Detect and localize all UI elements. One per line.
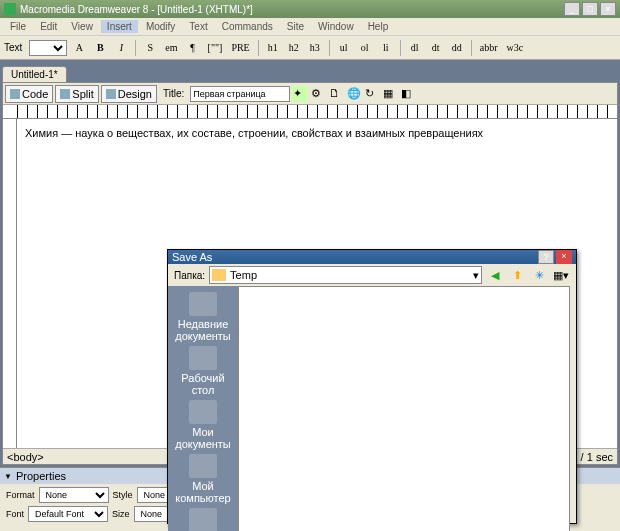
computer-icon <box>189 454 217 478</box>
minimize-button[interactable]: _ <box>564 2 580 16</box>
places-bar: Недавние документы Рабочий стол Мои доку… <box>168 286 238 531</box>
content-text: Химия — наука о веществах, их составе, с… <box>25 127 609 139</box>
recent-icon <box>189 292 217 316</box>
format-select[interactable]: None <box>39 487 109 503</box>
h1-button[interactable]: h1 <box>264 39 282 57</box>
menu-file[interactable]: File <box>4 20 32 33</box>
place-mycomputer[interactable]: Мой компьютер <box>168 452 238 506</box>
h3-button[interactable]: h3 <box>306 39 324 57</box>
validate-icon[interactable]: ✦ <box>292 86 308 102</box>
preview-icon[interactable]: 🌐 <box>346 86 362 102</box>
network-icon <box>189 508 217 531</box>
place-desktop[interactable]: Рабочий стол <box>168 344 238 398</box>
menu-commands[interactable]: Commands <box>216 20 279 33</box>
design-view-button[interactable]: Design <box>101 85 157 103</box>
ruler-vertical <box>3 119 17 448</box>
ruler-horizontal <box>3 105 617 119</box>
app-title: Macromedia Dreamweaver 8 - [Untitled-1 (… <box>20 4 564 15</box>
toolbar-select[interactable] <box>29 40 67 56</box>
font-color-icon[interactable]: A <box>70 39 88 57</box>
text-toolbar: Text A B I S em ¶ [""] PRE h1 h2 h3 ul o… <box>0 36 620 60</box>
mydocs-icon <box>189 400 217 424</box>
app-icon <box>4 3 16 15</box>
pre-button[interactable]: PRE <box>228 39 252 57</box>
font-label: Font <box>6 509 24 519</box>
file-mgmt-icon[interactable]: 🗋 <box>328 86 344 102</box>
dialog-titlebar: Save As ? × <box>168 250 576 264</box>
size-label: Size <box>112 509 130 519</box>
place-recent[interactable]: Недавние документы <box>168 290 238 344</box>
collapse-icon: ▼ <box>4 472 12 481</box>
place-mydocs[interactable]: Мои документы <box>168 398 238 452</box>
blockquote-button[interactable]: [""] <box>205 39 226 57</box>
folder-label: Папка: <box>174 270 205 281</box>
w3c-button[interactable]: w3c <box>504 39 527 57</box>
em-button[interactable]: em <box>162 39 180 57</box>
new-folder-icon[interactable]: ✳ <box>530 266 548 284</box>
dialog-title: Save As <box>172 251 538 263</box>
close-button[interactable]: × <box>600 2 616 16</box>
menu-window[interactable]: Window <box>312 20 360 33</box>
menu-view[interactable]: View <box>65 20 99 33</box>
bold-button[interactable]: B <box>91 39 109 57</box>
view-options-icon[interactable]: ▦ <box>382 86 398 102</box>
save-as-dialog: Save As ? × Папка: Temp ▾ ◀ <box>167 249 577 524</box>
dt-button[interactable]: dt <box>427 39 445 57</box>
menu-help[interactable]: Help <box>362 20 395 33</box>
menu-text[interactable]: Text <box>183 20 213 33</box>
design-canvas[interactable]: Химия — наука о веществах, их составе, с… <box>17 119 617 448</box>
style-label: Style <box>113 490 133 500</box>
title-label: Title: <box>163 88 184 99</box>
place-network[interactable]: Сетевое окружение <box>168 506 238 531</box>
menu-edit[interactable]: Edit <box>34 20 63 33</box>
refresh-icon[interactable]: ↻ <box>364 86 380 102</box>
tab-bar: Untitled-1* <box>2 62 618 82</box>
dl-button[interactable]: dl <box>406 39 424 57</box>
title-input[interactable] <box>190 86 290 102</box>
ol-button[interactable]: ol <box>356 39 374 57</box>
titlebar: Macromedia Dreamweaver 8 - [Untitled-1 (… <box>0 0 620 18</box>
menubar: File Edit View Insert Modify Text Comman… <box>0 18 620 36</box>
toolbar-label: Text <box>4 42 22 53</box>
menu-site[interactable]: Site <box>281 20 310 33</box>
folder-combo[interactable]: Temp ▾ <box>209 266 482 284</box>
maximize-button[interactable]: □ <box>582 2 598 16</box>
views-icon[interactable]: ▦▾ <box>552 266 570 284</box>
doc-toolbar: Code Split Design Title: ✦ ⚙ 🗋 🌐 ↻ ▦ ◧ <box>3 83 617 105</box>
li-button[interactable]: li <box>377 39 395 57</box>
desktop-icon <box>189 346 217 370</box>
abbr-button[interactable]: abbr <box>477 39 501 57</box>
browser-check-icon[interactable]: ⚙ <box>310 86 326 102</box>
format-label: Format <box>6 490 35 500</box>
document-area: Untitled-1* Code Split Design Title: ✦ ⚙… <box>0 60 620 467</box>
dd-button[interactable]: dd <box>448 39 466 57</box>
h2-button[interactable]: h2 <box>285 39 303 57</box>
p-button[interactable]: ¶ <box>184 39 202 57</box>
folder-icon <box>212 269 226 281</box>
menu-modify[interactable]: Modify <box>140 20 181 33</box>
strong-button[interactable]: S <box>141 39 159 57</box>
file-list[interactable] <box>238 286 570 531</box>
doc-tab[interactable]: Untitled-1* <box>2 66 67 82</box>
font-select[interactable]: Default Font <box>28 506 108 522</box>
dialog-help-button[interactable]: ? <box>538 250 554 264</box>
back-icon[interactable]: ◀ <box>486 266 504 284</box>
app-window: Macromedia Dreamweaver 8 - [Untitled-1 (… <box>0 0 620 531</box>
up-icon[interactable]: ⬆ <box>508 266 526 284</box>
menu-insert[interactable]: Insert <box>101 20 138 33</box>
doc-panel: Code Split Design Title: ✦ ⚙ 🗋 🌐 ↻ ▦ ◧ Х… <box>2 82 618 465</box>
code-view-button[interactable]: Code <box>5 85 53 103</box>
italic-button[interactable]: I <box>112 39 130 57</box>
dialog-close-button[interactable]: × <box>556 250 572 264</box>
visual-aids-icon[interactable]: ◧ <box>400 86 416 102</box>
split-view-button[interactable]: Split <box>55 85 98 103</box>
ul-button[interactable]: ul <box>335 39 353 57</box>
